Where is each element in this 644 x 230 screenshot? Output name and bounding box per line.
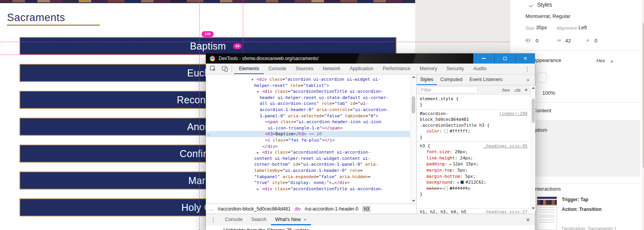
devtools-tab-audits[interactable]: Audits bbox=[469, 64, 491, 74]
scroll-up-icon[interactable] bbox=[412, 76, 415, 78]
content-text-area[interactable]: Baptism bbox=[527, 120, 640, 177]
sidebar-tab-computed[interactable]: Computed bbox=[437, 74, 466, 85]
font-family-select[interactable]: Montserrat, Regular bbox=[525, 13, 570, 19]
breadcrumb-item[interactable]: h3 bbox=[362, 206, 371, 212]
stylesheet-link[interactable]: (index):299 bbox=[499, 111, 527, 117]
inspect-element-icon[interactable] bbox=[208, 65, 218, 73]
css-property-value[interactable]: 12px 15px; bbox=[453, 161, 478, 166]
css-selector[interactable]: .accordionSectionTitle h3 { bbox=[420, 122, 527, 128]
css-property[interactable]: padding: ▶12px 15px; bbox=[420, 161, 527, 167]
css-property[interactable]: font-size: 20px; bbox=[420, 149, 527, 155]
fill-color-swatch[interactable] bbox=[537, 73, 547, 83]
dom-tree-line[interactable]: </div> bbox=[206, 143, 410, 150]
dom-tree-line[interactable]: ▼<div class="accordion ui-accordion ui-w… bbox=[206, 76, 410, 83]
dom-tree-line[interactable]: ▼<div class="accordionSectionTitle ui-ac… bbox=[206, 88, 410, 95]
css-rule[interactable]: h3 {_headings.scss:45font-size: 20px;lin… bbox=[417, 142, 531, 199]
css-property-value[interactable]: 5px; bbox=[457, 168, 468, 173]
css-property-name[interactable]: color bbox=[426, 129, 439, 134]
dom-tree-line[interactable]: "tabpanel" aria-expanded="false" aria-hi… bbox=[206, 174, 410, 180]
alignment-field[interactable]: Left bbox=[579, 25, 587, 30]
scrollbar-thumb[interactable] bbox=[412, 96, 415, 113]
css-property-name[interactable]: background bbox=[426, 180, 452, 185]
maximize-button[interactable] bbox=[494, 53, 515, 64]
dom-tree-line[interactable]: accordion-1-header-0" aria-controls="ui-… bbox=[206, 107, 410, 113]
expand-open-icon[interactable]: ▼ bbox=[251, 77, 253, 83]
css-property-value[interactable]: #212C62; bbox=[465, 180, 486, 185]
accordion-header-baptism[interactable]: Baptism bbox=[19, 37, 396, 55]
opacity-field[interactable]: 100% bbox=[542, 90, 555, 96]
sidebar-tab-styles[interactable]: Styles bbox=[417, 74, 437, 85]
class-toggle-button[interactable]: .cls bbox=[514, 88, 520, 92]
close-tab-icon[interactable] bbox=[303, 218, 306, 222]
dom-tree-line[interactable]: "true" style="display: none;">…</div> bbox=[206, 180, 410, 186]
css-property-name[interactable]: margin-bottom bbox=[426, 174, 460, 179]
device-toolbar-icon[interactable] bbox=[220, 65, 229, 73]
scroll-down-icon[interactable] bbox=[412, 200, 415, 202]
css-property[interactable]: margin-top: 5px; bbox=[420, 167, 527, 173]
stylesheet-link[interactable]: _headings.scss:45 bbox=[483, 143, 527, 149]
css-selector[interactable]: element.style { bbox=[420, 96, 458, 102]
dom-tree-line[interactable]: all ui-accordion-icons" role="tab" id="u… bbox=[206, 101, 410, 107]
css-selector[interactable]: h3 { bbox=[420, 143, 430, 149]
devtools-tab-performance[interactable]: Performance bbox=[378, 64, 415, 74]
dom-tree-line[interactable]: <i class="fas fa-plus"></i> bbox=[206, 137, 410, 143]
expand-value-icon[interactable]: ▶ bbox=[450, 163, 452, 166]
dom-tree-line[interactable]: 1-panel-0" aria-selected="false" tabinde… bbox=[206, 113, 410, 119]
css-property-value[interactable]: 24px; bbox=[460, 156, 473, 161]
css-property-name[interactable]: padding bbox=[426, 161, 444, 166]
expand-closed-icon[interactable]: ▶ bbox=[257, 186, 259, 193]
dom-tree-line[interactable]: helper-reset" role="tablist"> bbox=[206, 83, 410, 89]
devtools-tab-application[interactable]: Application bbox=[345, 64, 378, 74]
css-selector[interactable]: h1, h2, h3, h4, h5 bbox=[420, 209, 466, 214]
dom-tree-line[interactable]: ▶<div class="accordionContent ui-accordi… bbox=[206, 149, 410, 156]
line-spacing-field[interactable]: 42 bbox=[565, 38, 571, 44]
expand-value-icon[interactable]: ▶ bbox=[457, 181, 459, 184]
paragraph-spacing-field[interactable]: 0 bbox=[594, 38, 597, 44]
stylesheet-link[interactable]: _headings.scss:27 bbox=[483, 209, 527, 214]
devtools-tab-network[interactable]: Network bbox=[318, 64, 345, 74]
scroll-down-icon[interactable] bbox=[532, 207, 535, 209]
css-property[interactable]: margin-bottom: 5px; bbox=[420, 173, 527, 179]
color-swatch[interactable] bbox=[444, 187, 448, 190]
sidebar-tab-event-listeners[interactable]: Event Listeners bbox=[466, 74, 506, 85]
css-rule[interactable]: #accordion-(index):299block_5d0cec864d48… bbox=[417, 109, 531, 142]
css-property[interactable]: color: #ffffff; bbox=[420, 186, 527, 191]
scrollbar-thumb[interactable] bbox=[532, 99, 535, 123]
styles-scrollbar[interactable] bbox=[531, 85, 535, 211]
css-selector[interactable]: block_5d0cec864d481 bbox=[420, 117, 527, 122]
more-tabs-icon[interactable] bbox=[525, 74, 535, 85]
devtools-tab-memory[interactable]: Memory bbox=[415, 64, 442, 74]
css-rule[interactable]: element.style {} bbox=[417, 95, 531, 109]
expand-open-icon[interactable]: ▼ bbox=[257, 89, 259, 95]
devtools-tab-console[interactable]: Console bbox=[264, 64, 291, 74]
color-format-dropdown[interactable]: Hex bbox=[596, 58, 605, 64]
drawer-tab-console[interactable]: Console bbox=[221, 214, 247, 225]
css-property[interactable]: color: #ffffff; bbox=[420, 128, 527, 134]
dom-tree-line[interactable]: ▶<div class="accordionSectionTitle ui-ac… bbox=[206, 186, 410, 192]
dom-tree-line[interactable]: corner-bottom" id="ui-accordion-1-panel-… bbox=[206, 161, 410, 168]
css-property-name[interactable]: color bbox=[426, 186, 439, 191]
devtools-tab-elements[interactable]: Elements bbox=[234, 64, 264, 74]
interaction-preview-thumbnail[interactable] bbox=[537, 196, 557, 230]
drawer-tab-search[interactable]: Search bbox=[247, 214, 271, 225]
new-style-rule-button[interactable]: + bbox=[524, 86, 528, 93]
dom-tree-line[interactable]: …<h3>Baptism</h3> == $0 bbox=[206, 131, 410, 137]
character-spacing-field[interactable]: 0 bbox=[536, 38, 538, 44]
panel-scrollbar-thumb[interactable] bbox=[642, 23, 644, 168]
color-swatch[interactable] bbox=[444, 129, 448, 133]
dom-tree-line[interactable]: content ui-helper-reset ui-widget-conten… bbox=[206, 156, 410, 162]
color-swatch[interactable] bbox=[460, 180, 464, 184]
dom-tree-line[interactable]: ui-icon-triangle-1-e"></span> bbox=[206, 125, 410, 131]
devtools-tab-security[interactable]: Security bbox=[442, 64, 469, 74]
dom-tree-line[interactable]: labelledby="ui-accordion-1-header-0" rol… bbox=[206, 168, 410, 174]
css-rule[interactable]: h1, h2, h3, h4, h5_headings.scss:27 bbox=[417, 208, 531, 214]
dom-tree-line[interactable]: header ui-helper-reset ui-state-default … bbox=[206, 95, 410, 101]
chevron-down-icon[interactable] bbox=[529, 4, 533, 7]
styles-filter-input[interactable] bbox=[419, 87, 478, 93]
css-property-value[interactable]: 20px; bbox=[455, 149, 468, 154]
css-property-name[interactable]: line-height bbox=[426, 156, 455, 161]
font-size-field[interactable]: 35px bbox=[536, 25, 547, 30]
devtools-menu-icon[interactable] bbox=[520, 65, 535, 73]
css-property[interactable]: background: ▶#212C62; bbox=[420, 179, 527, 186]
dom-tree-scrollbar[interactable] bbox=[410, 74, 416, 203]
